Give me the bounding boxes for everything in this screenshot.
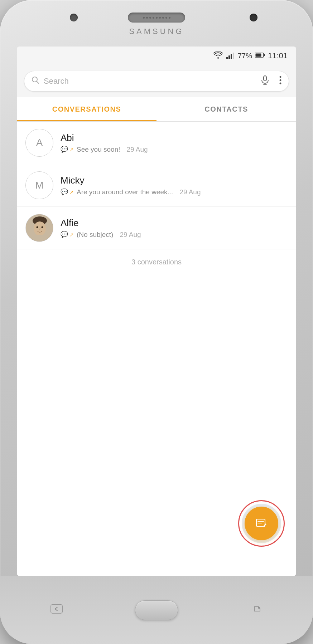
- conv-name-alfie: Alfie: [61, 218, 288, 229]
- conv-preview-alfie: 💬 ↗ (No subject) 29 Aug: [61, 231, 288, 239]
- recents-button[interactable]: [251, 604, 263, 616]
- phone-top: SAMSUNG: [0, 0, 313, 47]
- avatar-abi: A: [25, 129, 53, 157]
- conversation-item-micky[interactable]: M Micky 💬 ↗ Are you around over the week…: [17, 164, 296, 207]
- front-camera: [70, 14, 78, 21]
- conv-preview-micky: 💬 ↗ Are you around over the week... 29 A…: [61, 188, 288, 196]
- search-bar-container: Search: [17, 65, 296, 97]
- svg-rect-20: [37, 235, 43, 242]
- microphone-icon[interactable]: [261, 75, 269, 87]
- search-icon: [32, 76, 39, 86]
- more-options-icon[interactable]: [279, 76, 281, 87]
- back-button[interactable]: [50, 604, 63, 616]
- svg-point-13: [280, 79, 281, 81]
- conv-name-abi: Abi: [61, 132, 288, 143]
- tab-bar: CONVERSATIONS CONTACTS: [17, 97, 296, 122]
- conversations-list: A Abi 💬 ↗ See you soon! 29 Aug M Micky: [17, 122, 296, 249]
- home-button[interactable]: [135, 600, 178, 620]
- svg-rect-2: [231, 54, 232, 59]
- svg-rect-5: [264, 54, 265, 56]
- conversation-item-alfie[interactable]: Alfie 💬 ↗ (No subject) 29 Aug: [17, 207, 296, 249]
- avatar-micky: M: [25, 171, 53, 199]
- phone-bottom: [0, 576, 313, 644]
- conv-info-abi: Abi 💬 ↗ See you soon! 29 Aug: [61, 132, 288, 153]
- phone-frame: SAMSUNG: [0, 0, 313, 644]
- msg-bubble-icon-micky: 💬: [61, 188, 68, 196]
- compose-icon: [255, 517, 268, 530]
- signal-bars-icon: [226, 53, 234, 59]
- conv-date-micky: 29 Aug: [179, 188, 201, 196]
- conv-snippet-micky: Are you around over the week...: [77, 188, 173, 196]
- status-bar: 77% 11:01: [17, 47, 296, 65]
- conv-name-micky: Micky: [61, 175, 288, 186]
- svg-rect-0: [226, 57, 228, 59]
- msg-bubble-icon-alfie: 💬: [61, 231, 68, 238]
- conversation-item-abi[interactable]: A Abi 💬 ↗ See you soon! 29 Aug: [17, 122, 296, 164]
- conv-snippet-abi: See you soon!: [77, 146, 120, 153]
- brand-logo: SAMSUNG: [129, 27, 184, 36]
- svg-rect-6: [255, 53, 261, 57]
- tab-conversations[interactable]: CONVERSATIONS: [17, 97, 156, 121]
- svg-rect-9: [264, 76, 266, 81]
- battery-percentage: 77%: [238, 52, 252, 60]
- battery-icon: [255, 52, 265, 60]
- screen: 77% 11:01: [17, 47, 296, 576]
- svg-point-17: [34, 221, 46, 236]
- svg-point-19: [42, 226, 43, 228]
- compose-button[interactable]: [245, 507, 278, 540]
- rear-camera: [250, 14, 257, 21]
- svg-rect-3: [233, 53, 234, 59]
- msg-bubble-icon-abi: 💬: [61, 146, 68, 153]
- svg-line-8: [37, 82, 39, 84]
- conv-preview-abi: 💬 ↗ See you soon! 29 Aug: [61, 146, 288, 153]
- svg-point-14: [280, 83, 281, 84]
- divider: [274, 76, 274, 86]
- search-bar[interactable]: Search: [24, 71, 289, 92]
- conv-info-micky: Micky 💬 ↗ Are you around over the week..…: [61, 175, 288, 196]
- conv-info-alfie: Alfie 💬 ↗ (No subject) 29 Aug: [61, 218, 288, 239]
- conv-date-alfie: 29 Aug: [120, 231, 141, 239]
- svg-rect-22: [51, 605, 62, 613]
- speaker-grille: [128, 13, 185, 23]
- svg-rect-1: [228, 55, 230, 59]
- wifi-icon: [213, 52, 223, 60]
- time-display: 11:01: [268, 51, 288, 60]
- search-label[interactable]: Search: [44, 77, 261, 86]
- tab-contacts[interactable]: CONTACTS: [156, 97, 296, 121]
- svg-point-18: [37, 226, 38, 228]
- conv-snippet-alfie: (No subject): [77, 231, 113, 239]
- avatar-alfie: [25, 214, 53, 242]
- conversations-count: 3 conversations: [17, 249, 296, 275]
- svg-point-12: [280, 76, 281, 78]
- conv-date-abi: 29 Aug: [126, 146, 148, 153]
- fab-container: [245, 507, 278, 540]
